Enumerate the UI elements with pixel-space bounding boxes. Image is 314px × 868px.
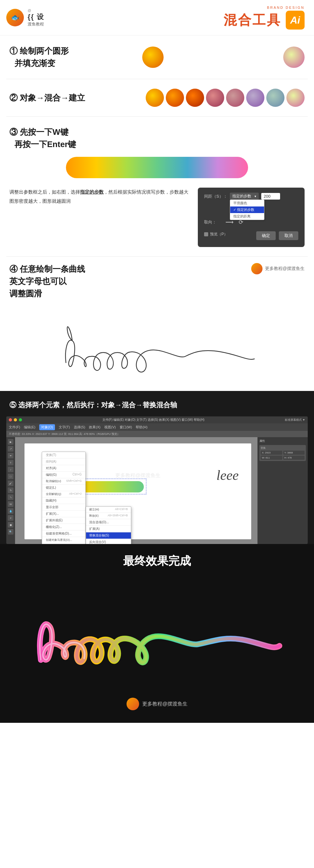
ai-main-canvas: 更多教程@摆渡鱼生 leee 变换(T) 排列(A) 对齐(A) 编组(G)Ct…: [15, 437, 257, 544]
ai-menu-type[interactable]: 文字(T): [59, 425, 70, 430]
step2-label: ② 对象→混合→建立: [9, 92, 85, 104]
preview-label: 预览（P）: [210, 231, 228, 237]
menu-item-rasterize[interactable]: 栅格化(Z)...: [42, 524, 85, 530]
coord-x[interactable]: X: 2923: [260, 451, 282, 455]
menu-item-align[interactable]: 对齐(A): [42, 465, 85, 472]
more-tutorial-text: 更多教程@摆渡鱼生: [265, 266, 305, 272]
brand-text: @ {{ 设 渡鱼教程: [28, 8, 44, 27]
menu-item-mosaic[interactable]: 创建对象马赛克(O)...: [42, 537, 85, 544]
checkbox-box: [204, 232, 208, 236]
menu-item-group[interactable]: 编组(G)Ctrl+G: [42, 472, 85, 478]
menu-item-hide[interactable]: 隐藏(H): [42, 497, 85, 504]
circle-pink-green: [283, 46, 305, 68]
more-avatar: [251, 263, 263, 274]
dialog-ok-btn[interactable]: 确定: [256, 231, 276, 240]
submenu-expand[interactable]: 扩展(A): [86, 526, 131, 532]
menu-item-expand[interactable]: 扩展(X)...: [42, 511, 85, 517]
final-title: 最终效果完成: [0, 553, 314, 569]
tool-pen[interactable]: ✒: [8, 453, 13, 459]
brand-sub: 渡鱼教程: [28, 22, 44, 27]
ai-menu-help[interactable]: 帮助(H): [136, 425, 147, 430]
right-panel-label: 属性: [259, 439, 306, 443]
submenu-replace-axis[interactable]: 替换混合轴(S): [86, 532, 131, 539]
submenu-establish[interactable]: 建立(M)Alt+Ctrl+B: [86, 506, 131, 513]
submenu-options[interactable]: 混合选项(O)...: [86, 519, 131, 526]
tool-rotate[interactable]: ↻: [8, 488, 13, 493]
ai-right-panel: 属性 变换 X: 2923 Y: 3868 W: 811 H: 478: [257, 437, 308, 544]
dialog-steps-input[interactable]: [261, 193, 280, 199]
ai-menu-view[interactable]: 视图(V): [104, 425, 116, 430]
brand-curly: {{ 设: [28, 12, 44, 22]
final-cursive-svg: [16, 588, 298, 682]
coord-h[interactable]: H: 478: [283, 456, 305, 460]
coord-w[interactable]: W: 811: [260, 456, 282, 460]
ai-topbar: 文件(F) 编辑(E) 对象(O) 文字(T) 选择(S) 效果(X) 视图(V…: [6, 416, 308, 423]
cursive-area: [0, 306, 314, 391]
ai-menu-effect[interactable]: 效果(X): [89, 425, 101, 430]
spacing-dropdown: 平滑颜色 ✓ 指定的步数 指定的距离: [230, 199, 265, 220]
step3-content: 调整出参数框之后，如右图，选择指定的步数，然后根据实际情况填写步数，步数越大图形…: [0, 188, 314, 256]
main-title: 混合工具: [223, 11, 281, 29]
ai-canvas-area: ▶ ↗ ✒ T / □ 🖌 ↻ ⤡ W 💧 # ◼ 🔍 更多教程@摆渡鱼生: [6, 437, 308, 544]
menu-item-show[interactable]: 显示全部: [42, 504, 85, 511]
menu-item-transform[interactable]: 变换(T): [42, 452, 85, 459]
tool-eyedrop[interactable]: 💧: [8, 508, 13, 514]
tool-mesh[interactable]: #: [8, 515, 13, 521]
tool-zoom[interactable]: 🔍: [8, 529, 13, 534]
blend-circle-5: [226, 89, 244, 107]
cursive-svg: [47, 312, 267, 381]
dialog-cancel-btn[interactable]: 取消: [279, 231, 298, 240]
canvas-cursive-text: leee: [216, 469, 239, 483]
ai-screenshot: 文件(F) 编辑(E) 对象(O) 文字(T) 选择(S) 效果(X) 视图(V…: [6, 416, 308, 544]
menu-item-grad-mesh[interactable]: 创建渐变网格(D)...: [42, 530, 85, 537]
dialog-spacing-select[interactable]: 指定的步数 ▼: [230, 193, 259, 200]
brand-at-label: @: [28, 8, 44, 12]
dropdown-steps[interactable]: ✓ 指定的步数: [230, 207, 264, 213]
ai-dot-green[interactable]: [19, 418, 22, 422]
dropdown-distance[interactable]: 指定的距离: [230, 213, 264, 220]
dialog-row1: 间距（S）： 指定的步数 ▼ 平滑颜色 ✓ 指定的步数 指定的距离: [204, 193, 298, 200]
tool-brush[interactable]: 🖌: [8, 480, 13, 486]
step3-desc: 调整出参数框之后，如右图，选择指定的步数，然后根据实际情况填写步数，步数越大图形…: [9, 188, 188, 206]
ai-menu-window[interactable]: 窗口(W): [119, 425, 132, 430]
brand-design-label: BRAND DESIGN: [267, 6, 305, 9]
ai-menu-object[interactable]: 对象(O): [39, 424, 55, 430]
preview-checkbox[interactable]: 预览（P）: [204, 231, 228, 237]
menu-item-lock[interactable]: 锁定(L): [42, 485, 85, 491]
tool-rect[interactable]: □: [8, 474, 13, 479]
tool-scale[interactable]: ⤡: [8, 494, 13, 500]
ai-menu-file[interactable]: 文件(F): [9, 425, 20, 430]
step1-row: ① 绘制两个圆形 并填充渐变: [0, 35, 314, 79]
header: 🐟 @ {{ 设 渡鱼教程 BRAND DESIGN 混合工具 Ai: [0, 0, 314, 35]
ai-dot-yellow[interactable]: [14, 418, 17, 422]
step3-pill-area: [0, 151, 314, 188]
step5-header: ⑤ 选择两个元素，然后执行：对象→混合→替换混合轴: [0, 391, 314, 416]
menu-item-arrange[interactable]: 排列(A): [42, 459, 85, 465]
submenu-release[interactable]: 释放(E)Alt+Shift+Ctrl+B: [86, 513, 131, 519]
ai-toolbar-info: 不透明度: 33.33% X: 2923.637 Y: 3868.112 宽: …: [9, 432, 120, 436]
tool-line[interactable]: /: [8, 467, 13, 472]
dialog-dir-label: 取向：: [204, 219, 223, 225]
ai-menu-edit[interactable]: 编辑(E): [24, 425, 35, 430]
coord-y[interactable]: Y: 3868: [283, 451, 305, 455]
menu-item-flatten[interactable]: 拼合透明度(F)...: [42, 544, 85, 544]
header-right: BRAND DESIGN 混合工具 Ai: [223, 6, 305, 30]
dropdown-smooth[interactable]: 平滑颜色: [230, 200, 264, 207]
tool-grad[interactable]: ◼: [8, 522, 13, 528]
tool-blend[interactable]: W: [8, 501, 13, 507]
tool-direct[interactable]: ↗: [8, 446, 13, 452]
menu-item-ungroup[interactable]: 取消编组(U)Shift+Ctrl+G: [42, 478, 85, 485]
menu-item-unlock[interactable]: 全部解锁(Q)Alt+Ctrl+2: [42, 491, 85, 497]
menu-item-expand-app[interactable]: 扩展外观(E): [42, 517, 85, 524]
step5-label: ⑤ 选择两个元素，然后执行：对象→混合→替换混合轴: [9, 400, 305, 410]
final-footer: 更多教程@摆渡鱼生: [0, 698, 314, 710]
submenu-reverse-blend[interactable]: 反向混合(V): [86, 539, 131, 544]
ai-dot-red[interactable]: [9, 418, 12, 422]
tool-type[interactable]: T: [8, 460, 13, 465]
ai-menu-select[interactable]: 选择(S): [74, 425, 85, 430]
tool-select[interactable]: ▶: [8, 439, 13, 445]
step3-dialog-wrap: 间距（S）： 指定的步数 ▼ 平滑颜色 ✓ 指定的步数 指定的距离: [198, 188, 305, 247]
step1-circles: [142, 46, 305, 68]
title-row: 混合工具 Ai: [223, 11, 305, 30]
step4-label: ④ 任意绘制一条曲线英文字母也可以调整圆滑: [9, 263, 85, 300]
